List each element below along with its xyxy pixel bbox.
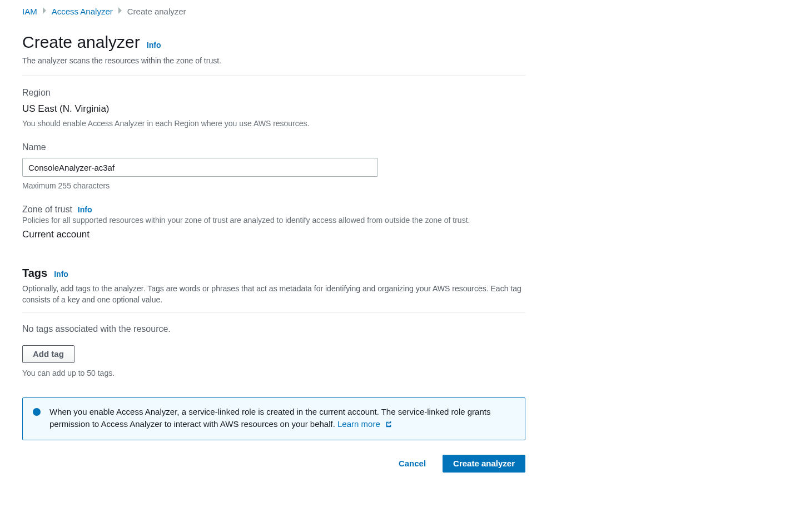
form-actions: Cancel Create analyzer [22, 455, 525, 473]
region-value: US East (N. Virginia) [22, 103, 525, 115]
info-alert-body: When you enable Access Analyzer, a servi… [49, 407, 490, 429]
region-label: Region [22, 88, 525, 98]
region-field: Region US East (N. Virginia) You should … [22, 88, 525, 128]
breadcrumb-current: Create analyzer [127, 7, 186, 16]
external-link-icon [385, 419, 392, 432]
breadcrumb-link-iam[interactable]: IAM [22, 7, 37, 16]
zone-help: Policies for all supported resources wit… [22, 216, 525, 225]
zone-field: Zone of trust Info Policies for all supp… [22, 205, 525, 240]
breadcrumb: IAM Access Analyzer Create analyzer [22, 7, 773, 16]
name-help: Maximum 255 characters [22, 181, 525, 190]
info-link-header[interactable]: Info [147, 41, 161, 49]
info-status-icon [33, 408, 41, 416]
tags-limit-help: You can add up to 50 tags. [22, 369, 525, 377]
zone-label: Zone of trust [22, 205, 72, 215]
chevron-right-icon [117, 7, 123, 16]
breadcrumb-link-access-analyzer[interactable]: Access Analyzer [52, 7, 113, 16]
tags-section: Tags Info Optionally, add tags to the an… [22, 267, 525, 377]
divider [22, 75, 525, 76]
learn-more-link[interactable]: Learn more [337, 419, 392, 429]
info-alert-text: When you enable Access Analyzer, a servi… [49, 406, 515, 432]
tags-description: Optionally, add tags to the analyzer. Ta… [22, 283, 525, 306]
info-link-tags[interactable]: Info [54, 270, 68, 279]
cancel-button[interactable]: Cancel [389, 455, 436, 473]
create-analyzer-button[interactable]: Create analyzer [443, 455, 525, 473]
page-subtitle: The analyzer scans the resources within … [22, 56, 525, 65]
name-input[interactable] [22, 158, 378, 177]
page-title: Create analyzer [22, 33, 140, 52]
region-help: You should enable Access Analyzer in eac… [22, 119, 525, 128]
name-field: Name Maximum 255 characters [22, 142, 525, 190]
name-label: Name [22, 142, 525, 152]
tags-empty-message: No tags associated with the resource. [22, 324, 525, 334]
add-tag-button[interactable]: Add tag [22, 345, 74, 363]
info-link-zone[interactable]: Info [78, 205, 92, 214]
divider [22, 312, 525, 313]
tags-title: Tags [22, 267, 47, 280]
chevron-right-icon [42, 7, 47, 16]
zone-value: Current account [22, 229, 525, 240]
info-alert: When you enable Access Analyzer, a servi… [22, 397, 525, 440]
